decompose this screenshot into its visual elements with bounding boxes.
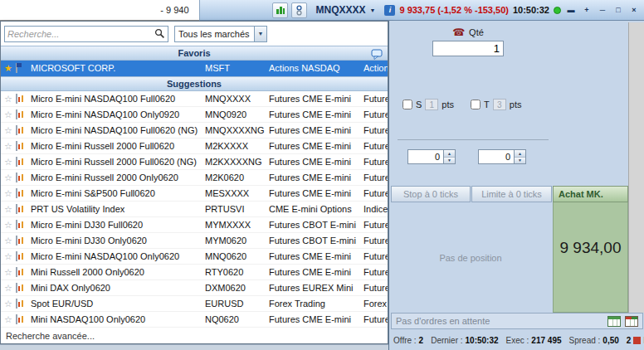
instrument-name: Micro E-mini NASDAQ100 Full0620 <box>31 94 205 104</box>
spin-down-icon[interactable]: ▼ <box>444 158 455 164</box>
list-item[interactable]: ☆ Micro E-mini NASDAQ100 Only0920 MNQ092… <box>1 107 388 123</box>
dernier-status: Dernier :10:50:32 <box>431 336 498 345</box>
limit-ticks-value[interactable]: 0 <box>478 149 515 164</box>
instrument-symbol: PRTUSVI <box>205 204 269 214</box>
instrument-icon <box>16 141 31 151</box>
favorite-star-icon[interactable]: ☆ <box>1 252 16 261</box>
instrument-type: Future <box>363 314 388 324</box>
chart-icon[interactable] <box>272 2 288 18</box>
favorite-star-icon[interactable]: ☆ <box>1 173 16 182</box>
search-input-wrap <box>4 26 168 42</box>
connection-status-dot <box>554 7 561 14</box>
instrument-name: Micro E-mini DJ30 Only0620 <box>31 236 205 245</box>
buy-market-button[interactable]: 9 934,00 <box>553 202 628 313</box>
favorite-star-icon[interactable]: ☆ <box>1 142 16 151</box>
instrument-type: Future <box>363 157 388 167</box>
instrument-symbol: EURUSD <box>205 299 269 309</box>
link-icon[interactable] <box>291 2 307 18</box>
positions-table-icon[interactable] <box>625 316 638 327</box>
list-item[interactable]: ☆ Micro E-mini NASDAQ100 Full0620 MNQXXX… <box>1 91 388 107</box>
favorite-star-icon[interactable]: ☆ <box>1 110 16 119</box>
instrument-type: Future <box>363 251 388 261</box>
protection-row: S 1 pts T 3 pts <box>402 99 521 110</box>
instrument-icon <box>16 283 31 293</box>
instrument-name: Micro E-mini S&P500 Full0620 <box>31 188 205 198</box>
spin-up-icon[interactable]: ▲ <box>515 150 525 158</box>
favorite-star-icon[interactable]: ★ <box>1 64 16 73</box>
window-titlebar[interactable]: MNQXXXX ▼ i 9 933,75 (-1,52 % -153,50) 1… <box>199 0 644 21</box>
order-entry-panel: ☎ Qté S 1 pts T 3 pts 0 ▲ ▼ <box>388 21 644 350</box>
instrument-icon <box>16 251 31 261</box>
info-icon[interactable]: i <box>384 5 395 16</box>
advanced-search-link[interactable]: Recherche avancée... <box>1 328 388 343</box>
buy-market-header[interactable]: Achat MK. <box>553 186 628 202</box>
limit-ticks-stepper: 0 ▲ ▼ <box>478 149 526 164</box>
list-item[interactable]: ☆ Mini Russell 2000 Only0620 RTY0620 Fut… <box>1 265 388 280</box>
spin-down-icon[interactable]: ▼ <box>515 158 525 164</box>
favorite-star-icon[interactable]: ☆ <box>1 221 16 230</box>
stop-checkbox[interactable] <box>402 100 412 109</box>
ladder-side-strip <box>628 22 644 313</box>
price-scale-value: - 9 940 <box>160 5 188 15</box>
list-item[interactable]: ☆ Mini NASDAQ100 Only0620 NQ0620 Futures… <box>1 312 388 328</box>
market-filter-label: Tous les marchés <box>175 29 254 39</box>
favorite-star-icon[interactable]: ☆ <box>1 315 16 324</box>
favorite-star-icon[interactable]: ☆ <box>1 189 16 198</box>
detach-icon[interactable]: ▬ <box>565 4 577 16</box>
favorite-star-icon[interactable]: ☆ <box>1 126 16 135</box>
favorite-star-icon[interactable]: ☆ <box>1 299 16 309</box>
orders-table-icon[interactable] <box>607 316 621 327</box>
target-pts-field[interactable]: 3 <box>493 99 506 110</box>
spin-up-icon[interactable]: ▲ <box>444 150 455 158</box>
instrument-symbol: M2KXXXXNG <box>205 157 269 167</box>
instrument-market: Futures CME E-mini <box>269 157 363 167</box>
comment-bubble-icon[interactable] <box>371 48 383 63</box>
chart-price-scale: - 9 940 <box>0 0 199 21</box>
target-checkbox[interactable] <box>471 100 481 109</box>
instrument-type: Future <box>363 188 388 198</box>
favorite-star-icon[interactable]: ☆ <box>1 158 16 167</box>
favorite-star-icon[interactable]: ☆ <box>1 236 16 245</box>
symbol-dropdown[interactable]: MNQXXXX ▼ <box>310 2 382 19</box>
list-item[interactable]: ☆ Spot EUR/USD EURUSD Forex Trading Fore… <box>1 296 388 312</box>
list-item[interactable]: ☆ Micro E-mini NASDAQ100 Full0620 (NG) M… <box>1 123 388 139</box>
market-filter-dropdown[interactable]: Tous les marchés ▼ <box>174 26 267 42</box>
qty-icon: ☎ <box>452 27 465 37</box>
instrument-market: Futures CME E-mini <box>269 188 363 198</box>
favorite-star-icon[interactable]: ☆ <box>1 268 16 277</box>
search-input[interactable] <box>7 29 154 39</box>
limit-order-button[interactable]: Limite à 0 ticks <box>471 186 552 202</box>
minimize-icon[interactable]: ─ <box>597 4 608 16</box>
stop-ticks-value[interactable]: 0 <box>407 149 444 164</box>
instrument-name: Micro E-mini NASDAQ100 Full0620 (NG) <box>31 125 205 135</box>
list-item[interactable]: ☆ Micro E-mini Russell 2000 Full0620 M2K… <box>1 139 388 154</box>
instrument-symbol: RTY0620 <box>205 267 269 277</box>
close-icon[interactable]: × <box>628 4 640 16</box>
instrument-market: Futures CME E-mini <box>269 314 363 324</box>
instrument-market: Futures CME E-mini <box>269 141 363 151</box>
favorite-row-msft[interactable]: ★ MICROSOFT CORP. MSFT Actions NASDAQ Ac… <box>1 61 388 76</box>
list-item[interactable]: ☆ Mini DAX Only0620 DXM0620 Futures EURE… <box>1 280 388 296</box>
list-item[interactable]: ☆ Micro E-mini DJ30 Only0620 MYM0620 Fut… <box>1 233 388 249</box>
stop-pts-field[interactable]: 1 <box>425 99 438 110</box>
list-item[interactable]: ☆ Micro E-mini NASDAQ100 Only0620 MNQ062… <box>1 249 388 265</box>
favorite-star-icon[interactable]: ☆ <box>1 205 16 214</box>
list-item[interactable]: ☆ PRT US Volatility Index PRTUSVI CME E-… <box>1 202 388 217</box>
list-item[interactable]: ☆ Micro E-mini DJ30 Full0620 MYMXXXX Fut… <box>1 217 388 233</box>
top-bar: - 9 940 MNQXXXX ▼ i <box>0 0 644 21</box>
instrument-type: Action <box>363 63 388 73</box>
list-item[interactable]: ☆ Micro E-mini Russell 2000 Full0620 (NG… <box>1 154 388 170</box>
instrument-name: Micro E-mini NASDAQ100 Only0620 <box>31 251 205 261</box>
instrument-type: Future <box>363 236 388 245</box>
stop-ticks-buttons: ▲ ▼ <box>444 149 456 164</box>
pin-icon[interactable]: + <box>581 4 593 16</box>
instrument-market: Futures CME E-mini <box>269 267 363 277</box>
chevron-down-icon[interactable]: ▼ <box>254 27 266 41</box>
list-item[interactable]: ☆ Micro E-mini Russell 2000 Only0620 M2K… <box>1 170 388 186</box>
stop-order-button[interactable]: Stop à 0 ticks <box>391 186 471 202</box>
quantity-input[interactable] <box>432 41 504 56</box>
maximize-icon[interactable]: □ <box>612 4 624 16</box>
favorite-star-icon[interactable]: ☆ <box>1 284 16 293</box>
list-item[interactable]: ☆ Micro E-mini S&P500 Full0620 MESXXXX F… <box>1 186 388 202</box>
favorite-star-icon[interactable]: ☆ <box>1 95 16 104</box>
